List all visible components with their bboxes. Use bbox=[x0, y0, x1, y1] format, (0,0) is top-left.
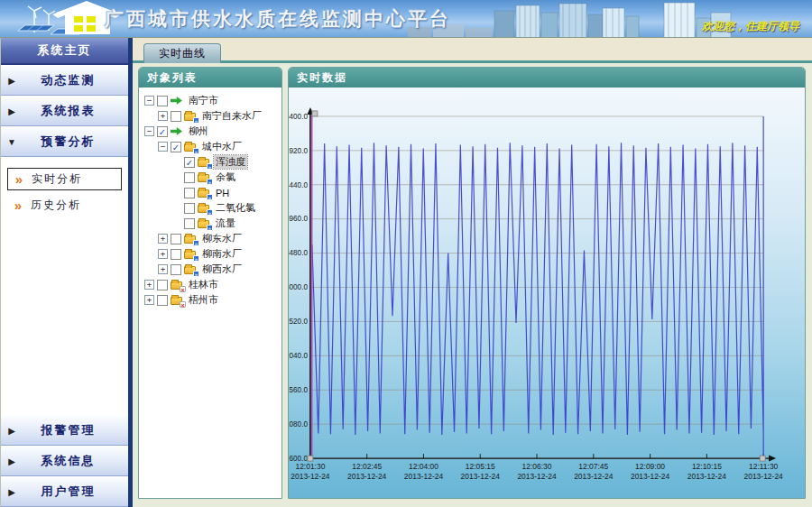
folder-icon: » bbox=[184, 142, 198, 152]
y-tick-label: 4920.0 bbox=[289, 147, 308, 155]
sidebar-home-label: 系统主页 bbox=[38, 42, 92, 59]
expand-plus-icon[interactable]: + bbox=[158, 264, 168, 274]
checkbox-unchecked[interactable] bbox=[171, 234, 181, 244]
folder-icon: » bbox=[184, 111, 198, 122]
expand-plus-icon[interactable]: + bbox=[158, 234, 168, 244]
sidebar-item-system-info[interactable]: ▶ 系统信息 bbox=[1, 446, 128, 476]
y-tick-label: 1560.0 bbox=[289, 386, 308, 394]
tree-node[interactable]: ✓»浑浊度 bbox=[141, 154, 280, 170]
collapse-minus-icon[interactable]: − bbox=[144, 126, 154, 136]
y-tick-label: 2040.0 bbox=[289, 352, 308, 360]
checkbox-unchecked[interactable] bbox=[157, 280, 168, 290]
tree-node[interactable]: −✓柳州 bbox=[141, 124, 280, 139]
x-tick-time: 12:01:30 bbox=[295, 462, 325, 471]
sidebar-item-dynamic-monitoring[interactable]: ▶ 动态监测 bbox=[1, 65, 128, 96]
folder-icon: » bbox=[184, 264, 198, 275]
tree-node[interactable]: −南宁市 bbox=[141, 93, 280, 108]
checkbox-unchecked[interactable] bbox=[157, 96, 168, 106]
checkbox-unchecked[interactable] bbox=[184, 172, 195, 183]
orange-chevron-icon: » bbox=[7, 201, 31, 210]
y-tick-label: 4440.0 bbox=[289, 181, 308, 189]
tree-node[interactable]: »二氧化氯 bbox=[141, 200, 280, 216]
checkbox-unchecked[interactable] bbox=[184, 188, 195, 198]
tree-node[interactable]: »PH bbox=[141, 185, 280, 200]
checkbox-unchecked[interactable] bbox=[171, 264, 181, 275]
expand-plus-icon[interactable]: + bbox=[158, 249, 168, 259]
realtime-chart[interactable]: 5400.04920.04440.03960.03480.03000.02520… bbox=[289, 88, 805, 498]
tree-node-label: 南宁自来水厂 bbox=[200, 109, 263, 123]
sidebar-spacer bbox=[1, 230, 128, 415]
page-title: 广西城市供水水质在线监测中心平台 bbox=[105, 6, 451, 32]
collapsed-triangle-icon: ▶ bbox=[1, 456, 24, 466]
collapsed-triangle-icon: ▶ bbox=[1, 487, 24, 497]
tree-node-label: 流量 bbox=[214, 217, 237, 230]
sidebar-item-user-management[interactable]: ▶ 用户管理 bbox=[1, 476, 128, 507]
sidebar: 系统主页 ▶ 动态监测 ▶ 系统报表 ▼ 预警分析 » 实时分析 » 历史分析 bbox=[0, 38, 128, 507]
collapse-minus-icon[interactable]: − bbox=[158, 142, 168, 152]
tree-node[interactable]: »流量 bbox=[141, 216, 280, 231]
sidebar-item-realtime-analysis[interactable]: » 实时分析 bbox=[7, 168, 122, 190]
checkbox-unchecked[interactable] bbox=[184, 218, 195, 229]
x-tick-time: 12:04:00 bbox=[409, 462, 438, 471]
checkbox-checked[interactable]: ✓ bbox=[171, 142, 181, 152]
chart-handle[interactable] bbox=[308, 456, 313, 461]
y-tick-label: 3480.0 bbox=[289, 249, 308, 257]
folder-icon: » bbox=[184, 249, 198, 260]
tree-node[interactable]: +»柳南水厂 bbox=[141, 246, 280, 262]
folder-icon: » bbox=[198, 203, 211, 214]
x-tick-date: 2013-12-24 bbox=[404, 472, 444, 481]
tree-node[interactable]: +»柳西水厂 bbox=[141, 262, 280, 277]
tree-node[interactable]: +»南宁自来水厂 bbox=[141, 108, 280, 124]
tree-node-label: 柳南水厂 bbox=[200, 247, 244, 261]
tree-node[interactable]: +×梧州市 bbox=[141, 292, 280, 308]
folder-icon: » bbox=[198, 157, 211, 168]
x-tick-time: 12:09:00 bbox=[635, 462, 665, 471]
x-tick-time: 12:11:30 bbox=[749, 462, 779, 471]
y-tick-label: 3960.0 bbox=[289, 215, 308, 223]
tree-node[interactable]: »余氯 bbox=[141, 170, 280, 185]
sidebar-item-home[interactable]: 系统主页 bbox=[1, 38, 128, 65]
object-tree: −南宁市+»南宁自来水厂−✓柳州−✓»城中水厂✓»浑浊度»余氯»PH»二氧化氯»… bbox=[139, 88, 281, 498]
header-banner: 广西城市供水水质在线监测中心平台 欢迎您，住建厅领导 bbox=[0, 0, 812, 38]
y-tick-label: 1080.0 bbox=[289, 420, 308, 429]
object-list-panel-header: 对象列表 bbox=[139, 68, 281, 88]
sidebar-item-system-reports[interactable]: ▶ 系统报表 bbox=[1, 96, 128, 126]
tree-node-label: 柳西水厂 bbox=[200, 263, 244, 276]
checkbox-unchecked[interactable] bbox=[184, 203, 195, 214]
checkbox-unchecked[interactable] bbox=[171, 111, 181, 122]
collapse-minus-icon[interactable]: − bbox=[144, 96, 154, 106]
x-tick-date: 2013-12-24 bbox=[291, 472, 330, 481]
tree-node-label: PH bbox=[214, 188, 231, 198]
tree-node-label: 柳州 bbox=[187, 124, 210, 138]
x-tick-date: 2013-12-24 bbox=[744, 472, 784, 481]
checkbox-checked[interactable]: ✓ bbox=[184, 157, 195, 168]
y-tick-label: 3000.0 bbox=[289, 283, 308, 291]
x-tick-date: 2013-12-24 bbox=[631, 472, 670, 481]
welcome-text: 欢迎您，住建厅领导 bbox=[702, 19, 799, 34]
tab-underline bbox=[133, 60, 812, 63]
chart-handle[interactable] bbox=[312, 111, 318, 116]
sidebar-item-history-analysis[interactable]: » 历史分析 bbox=[7, 194, 122, 217]
tree-node[interactable]: +»柳东水厂 bbox=[141, 231, 280, 246]
x-tick-date: 2013-12-24 bbox=[574, 472, 614, 481]
checkbox-checked[interactable]: ✓ bbox=[157, 126, 168, 137]
expand-plus-icon[interactable]: + bbox=[144, 280, 154, 290]
checkbox-unchecked[interactable] bbox=[171, 249, 181, 260]
x-tick-date: 2013-12-24 bbox=[517, 472, 557, 481]
expand-plus-icon[interactable]: + bbox=[158, 111, 168, 121]
x-tick-time: 12:06:30 bbox=[522, 462, 552, 471]
sidebar-item-alarm-management[interactable]: ▶ 报警管理 bbox=[1, 415, 128, 446]
expand-plus-icon[interactable]: + bbox=[144, 295, 154, 305]
realtime-data-panel: 实时数据 5400.04920.04440.03960.03480.03000.… bbox=[288, 67, 806, 499]
x-tick-time: 12:07:45 bbox=[578, 462, 608, 471]
x-axis-arrow-icon bbox=[769, 456, 776, 462]
submenu-divider bbox=[6, 226, 123, 226]
x-tick-time: 12:02:45 bbox=[352, 462, 382, 471]
tree-node[interactable]: −✓»城中水厂 bbox=[141, 139, 280, 154]
tree-node-label: 二氧化氯 bbox=[214, 201, 257, 215]
tab-realtime-curve[interactable]: 实时曲线 bbox=[143, 43, 221, 63]
checkbox-unchecked[interactable] bbox=[157, 295, 168, 306]
sidebar-item-warning-analysis[interactable]: ▼ 预警分析 bbox=[1, 126, 128, 157]
chart-handle[interactable] bbox=[760, 456, 765, 461]
tree-node[interactable]: +×桂林市 bbox=[141, 277, 280, 292]
